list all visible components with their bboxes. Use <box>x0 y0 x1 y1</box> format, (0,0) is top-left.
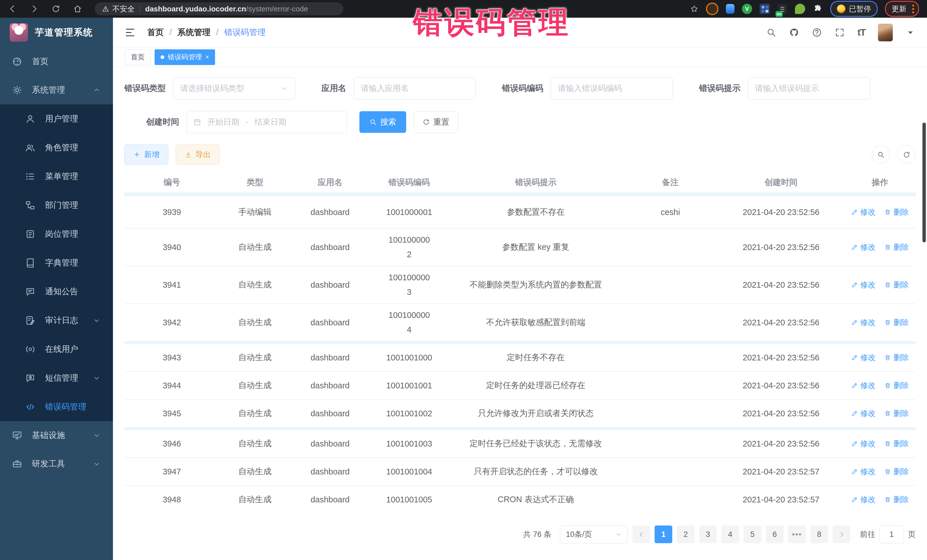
github-icon[interactable] <box>789 27 799 38</box>
app-name-input[interactable]: 请输入应用名 <box>354 77 476 100</box>
breadcrumb-item[interactable]: 首页 <box>147 27 164 38</box>
prev-page-button[interactable] <box>632 525 650 543</box>
close-icon[interactable]: × <box>205 53 209 61</box>
address-bar[interactable]: 不安全 dashboard.yudao.iocoder.cn /system/e… <box>95 2 343 15</box>
page-ellipsis-button[interactable]: ••• <box>788 525 806 543</box>
browser-forward-icon[interactable] <box>30 4 39 14</box>
page-button-8[interactable]: 8 <box>810 525 828 543</box>
browser-home-icon[interactable] <box>73 4 82 14</box>
goto-page-input[interactable]: 1 <box>879 525 904 543</box>
extension-icon[interactable] <box>706 3 719 15</box>
browser-menu-dots-icon[interactable] <box>912 5 914 14</box>
window-scrollbar[interactable] <box>922 123 926 242</box>
sidebar-item-post[interactable]: 岗位管理 <box>0 220 113 248</box>
delete-link[interactable]: 删除 <box>884 380 909 391</box>
breadcrumb-separator: / <box>169 28 172 37</box>
delete-link[interactable]: 删除 <box>884 280 909 290</box>
search-icon[interactable] <box>766 27 777 38</box>
sidebar-item-notice[interactable]: 通知公告 <box>0 277 113 306</box>
not-secure-warning-icon <box>102 5 109 12</box>
sidebar-item-system[interactable]: 系统管理 <box>0 76 113 104</box>
fullscreen-icon[interactable] <box>834 27 845 38</box>
cell-time: 2021-04-20 23:52:56 <box>718 381 844 390</box>
user-avatar[interactable] <box>878 24 893 41</box>
extension-icon[interactable] <box>726 4 734 14</box>
page-size-select[interactable]: 10条/页 <box>560 525 628 543</box>
reset-button[interactable]: 重置 <box>413 111 458 133</box>
extensions-puzzle-icon[interactable] <box>813 4 823 14</box>
delete-link[interactable]: 删除 <box>884 207 909 217</box>
delete-link[interactable]: 删除 <box>884 439 909 449</box>
sidebar-item-audit-log[interactable]: 审计日志 <box>0 306 113 335</box>
update-button[interactable]: 更新 <box>885 1 919 17</box>
extension-icon[interactable]: on <box>777 4 787 14</box>
help-icon[interactable] <box>812 27 822 38</box>
bookmark-star-icon[interactable] <box>690 5 699 13</box>
sidebar-item-dict[interactable]: 字典管理 <box>0 248 113 277</box>
edit-link[interactable]: 修改 <box>851 439 876 449</box>
app-logo: 芋道管理系统 <box>0 18 113 47</box>
sidebar-item-menu[interactable]: 菜单管理 <box>0 162 113 191</box>
delete-link[interactable]: 删除 <box>884 352 909 363</box>
date-range-picker[interactable]: 开始日期 - 结束日期 <box>187 111 347 133</box>
page-button-4[interactable]: 4 <box>721 525 739 543</box>
page-button-1[interactable]: 1 <box>655 525 672 543</box>
tag-bar: 首页错误码管理× <box>113 47 927 67</box>
sms-icon <box>25 373 35 383</box>
tag-item[interactable]: 首页 <box>125 49 150 65</box>
edit-link[interactable]: 修改 <box>851 280 876 290</box>
cell-operations: 修改删除 <box>844 466 916 477</box>
vue-devtools-icon[interactable]: V <box>742 4 752 14</box>
edit-link[interactable]: 修改 <box>851 408 876 419</box>
delete-link[interactable]: 删除 <box>884 466 909 477</box>
browser-reload-icon[interactable] <box>51 4 61 14</box>
paused-badge[interactable]: 已暂停 <box>830 1 878 17</box>
sidebar-item-home[interactable]: 首页 <box>0 47 113 76</box>
edit-link[interactable]: 修改 <box>851 242 876 252</box>
delete-link[interactable]: 删除 <box>884 317 909 328</box>
edit-link[interactable]: 修改 <box>851 380 876 391</box>
page-button-2[interactable]: 2 <box>677 525 694 543</box>
error-code-input[interactable]: 请输入错误码编码 <box>551 77 673 100</box>
tag-active[interactable]: 错误码管理× <box>155 49 215 65</box>
cell-app: dashboard <box>291 280 370 290</box>
extension-icon[interactable] <box>795 4 805 14</box>
export-button[interactable]: 导出 <box>176 144 220 164</box>
sidebar-collapse-icon[interactable] <box>125 27 136 38</box>
edit-link[interactable]: 修改 <box>851 207 876 217</box>
page-button-5[interactable]: 5 <box>744 525 761 543</box>
extension-icon[interactable] <box>760 4 770 14</box>
edit-link[interactable]: 修改 <box>851 317 876 328</box>
edit-link[interactable]: 修改 <box>851 466 876 477</box>
sidebar-item-error-code[interactable]: 错误码管理 <box>0 392 113 421</box>
sidebar-item-dept[interactable]: 部门管理 <box>0 191 113 220</box>
breadcrumb-separator: / <box>216 28 219 37</box>
delete-link[interactable]: 删除 <box>884 242 909 252</box>
delete-link[interactable]: 删除 <box>884 495 909 505</box>
edit-link[interactable]: 修改 <box>851 352 876 363</box>
sidebar-item-devtool[interactable]: 研发工具 <box>0 450 113 478</box>
font-size-icon[interactable]: tT <box>857 27 865 38</box>
chevron-down-icon[interactable] <box>905 27 916 38</box>
sidebar-item-user[interactable]: 用户管理 <box>0 104 113 133</box>
error-hint-input[interactable]: 请输入错误码提示 <box>748 77 870 100</box>
cell-hint: CRON 表达式不正确 <box>449 494 623 505</box>
edit-link[interactable]: 修改 <box>851 495 876 505</box>
page-button-3[interactable]: 3 <box>699 525 717 543</box>
sidebar-item-sms[interactable]: 短信管理 <box>0 364 113 392</box>
page-button-6[interactable]: 6 <box>766 525 784 543</box>
search-button[interactable]: 搜索 <box>359 111 406 133</box>
add-button[interactable]: 新增 <box>125 144 168 164</box>
cell-id: 3944 <box>125 381 219 390</box>
error-type-select[interactable]: 请选择错误码类型 <box>173 77 295 100</box>
breadcrumb-item[interactable]: 系统管理 <box>178 27 211 38</box>
sidebar-item-role[interactable]: 角色管理 <box>0 133 113 162</box>
sidebar-item-infra[interactable]: 基础设施 <box>0 421 113 450</box>
cell-type: 自动生成 <box>219 408 291 419</box>
delete-link[interactable]: 删除 <box>884 408 909 419</box>
next-page-button[interactable] <box>833 525 850 543</box>
browser-back-icon[interactable] <box>8 4 17 14</box>
toggle-search-button[interactable] <box>872 146 890 164</box>
sidebar-item-online-user[interactable]: 在线用户 <box>0 335 113 364</box>
refresh-table-button[interactable] <box>897 146 916 164</box>
